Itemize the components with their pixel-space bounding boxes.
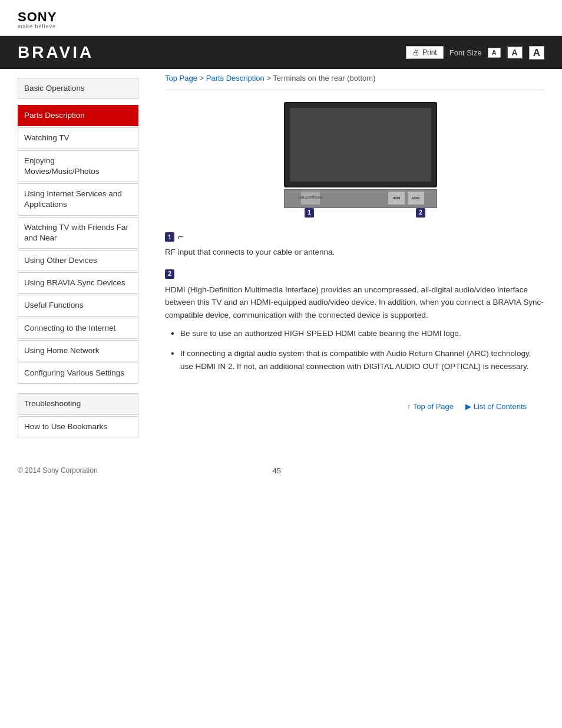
sidebar-item-basic-operations[interactable]: Basic Operations <box>18 78 138 99</box>
tv-body <box>284 102 437 187</box>
print-button[interactable]: 🖨 Print <box>406 46 444 59</box>
list-of-contents-link[interactable]: List of Contents <box>465 402 527 411</box>
copyright: © 2014 Sony Corporation <box>18 466 98 475</box>
sidebar-item-using-home-network[interactable]: Using Home Network <box>18 340 138 361</box>
antenna-icon: ⌐ <box>178 232 183 242</box>
bottom-bar: © 2014 Sony Corporation 45 <box>0 460 562 481</box>
main-layout: Basic Operations Parts Description Watch… <box>0 69 562 449</box>
bullet-list: Be sure to use an authorized HIGH SPEED … <box>165 327 544 373</box>
diagram-badge-1: 1 <box>305 207 314 218</box>
tv-bottom-panel: CABLE/ANTENNA HDMI HDMI <box>284 189 437 208</box>
top-header: SONY make.believe <box>0 0 562 36</box>
badge-number-2: 2 <box>416 208 425 218</box>
banner-controls: 🖨 Print Font Size A A A <box>406 46 544 60</box>
font-size-label: Font Size <box>449 48 482 57</box>
sidebar-section-main: Basic Operations Parts Description Watch… <box>18 78 138 437</box>
sidebar-item-connecting-internet[interactable]: Connecting to the Internet <box>18 318 138 339</box>
sidebar-item-using-bravia-sync[interactable]: Using BRAVIA Sync Devices <box>18 272 138 294</box>
sony-logo: SONY <box>18 11 544 24</box>
sidebar: Basic Operations Parts Description Watch… <box>0 69 147 449</box>
tv-screen <box>290 108 431 182</box>
sidebar-item-using-internet[interactable]: Using Internet Services and Applications <box>18 183 138 215</box>
hdmi2-port: HDMI <box>407 191 425 205</box>
desc-section-2: 2 HDMI (High-Definition Multimedia Inter… <box>165 269 544 373</box>
desc-badge-1: 1 <box>165 232 174 242</box>
desc-text-2: HDMI (High-Definition Multimedia Interfa… <box>165 284 544 322</box>
font-large-button[interactable]: A <box>529 46 544 60</box>
page-footer: Top of Page List of Contents <box>165 390 544 411</box>
bullet-item-1: Be sure to use an authorized HIGH SPEED … <box>171 327 544 340</box>
hdmi1-port: HDMI <box>388 191 405 205</box>
sidebar-item-useful-functions[interactable]: Useful Functions <box>18 295 138 316</box>
desc-header-2: 2 <box>165 269 544 279</box>
sidebar-item-configuring-settings[interactable]: Configuring Various Settings <box>18 363 138 384</box>
sidebar-item-troubleshooting[interactable]: Troubleshooting <box>18 393 138 414</box>
font-medium-button[interactable]: A <box>507 46 523 59</box>
diagram-badge-2: 2 <box>416 207 425 218</box>
breadcrumb-parts-description[interactable]: Parts Description <box>206 74 265 83</box>
badge-number-1: 1 <box>305 208 314 218</box>
bravia-title: BRAVIA <box>18 43 94 62</box>
font-small-button[interactable]: A <box>488 48 501 58</box>
breadcrumb-current: Terminals on the rear (bottom) <box>273 74 375 83</box>
content-area: Top Page > Parts Description > Terminals… <box>147 69 562 449</box>
sidebar-item-using-other-devices[interactable]: Using Other Devices <box>18 250 138 271</box>
print-icon: 🖨 <box>412 48 419 57</box>
sidebar-item-watching-friends[interactable]: Watching TV with Friends Far and Near <box>18 217 138 249</box>
bullet-item-2: If connecting a digital audio system tha… <box>171 347 544 373</box>
desc-header-1: 1 ⌐ <box>165 232 544 242</box>
page-number: 45 <box>98 466 456 475</box>
print-label: Print <box>422 48 437 57</box>
breadcrumb-sep1: > <box>200 74 206 83</box>
desc-text-1: RF input that connects to your cable or … <box>165 246 544 259</box>
desc-section-1: 1 ⌐ RF input that connects to your cable… <box>165 232 544 259</box>
bravia-banner: BRAVIA 🖨 Print Font Size A A A <box>0 36 562 69</box>
breadcrumb-sep2: > <box>266 74 273 83</box>
tv-diagram-container: CABLE/ANTENNA HDMI HDMI 1 2 <box>177 102 544 220</box>
desc-badge-2: 2 <box>165 269 174 279</box>
sidebar-item-enjoying-movies[interactable]: Enjoying Movies/Music/Photos <box>18 150 138 182</box>
cable-port-label: CABLE/ANTENNA <box>298 196 323 200</box>
breadcrumb-top-page[interactable]: Top Page <box>165 74 197 83</box>
breadcrumb: Top Page > Parts Description > Terminals… <box>165 69 544 90</box>
tv-diagram: CABLE/ANTENNA HDMI HDMI 1 2 <box>260 102 461 220</box>
top-of-page-link[interactable]: Top of Page <box>407 402 454 411</box>
sidebar-item-how-to-use[interactable]: How to Use Bookmarks <box>18 416 138 437</box>
sidebar-item-watching-tv[interactable]: Watching TV <box>18 127 138 149</box>
content-divider <box>165 90 544 90</box>
sony-tagline: make.believe <box>18 24 544 29</box>
sidebar-item-parts-description[interactable]: Parts Description <box>18 105 138 126</box>
